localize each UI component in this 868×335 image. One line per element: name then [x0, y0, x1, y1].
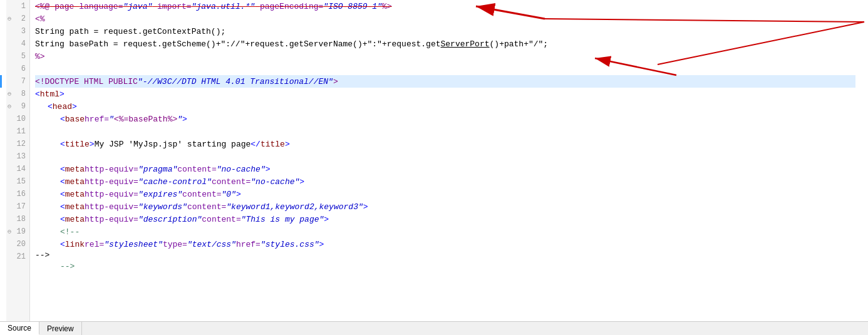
code-line-16: <meta http-equiv="expires" content="0"> — [35, 188, 855, 200]
line-num-15: 15 — [6, 175, 29, 188]
code-line-1: <%@ page language="java" import="java.ut… — [35, 0, 855, 13]
code-lines[interactable]: <%@ page language="java" import="java.ut… — [30, 0, 868, 321]
code-line-11 — [35, 125, 855, 138]
left-margin — [0, 0, 6, 321]
line-num-20: 20 — [6, 238, 29, 250]
code-line-12: <title>My JSP 'MyJsp.jsp' starting page<… — [35, 138, 855, 150]
code-line-4: String basePath = request.getScheme()+":… — [35, 38, 855, 50]
code-line-3: String path = request.getContextPath(); — [35, 25, 855, 38]
line-num-21: 21 — [6, 250, 29, 263]
code-line-21: --> — [35, 260, 855, 272]
code-line-10: <base href="<%=basePath%>"> — [35, 113, 855, 125]
code-line-19: <!-- — [35, 225, 855, 238]
line-num-14: 14 — [6, 163, 29, 175]
line-num-19: ⊖19 — [6, 225, 29, 238]
code-line-8: <html> — [35, 88, 855, 100]
tab-bar: Source Preview — [0, 321, 868, 335]
line-num-9: ⊖9 — [6, 100, 29, 113]
code-line-17: <meta http-equiv="keywords" content="key… — [35, 200, 855, 213]
line-num-5: 5 — [6, 50, 29, 63]
line-num-16: 16 — [6, 188, 29, 200]
line-num-4: 4 — [6, 38, 29, 50]
line-num-2: ⊖2 — [6, 13, 29, 25]
code-line-13 — [35, 150, 855, 163]
code-line-7: <!DOCTYPE HTML PUBLIC "-//W3C//DTD HTML … — [35, 75, 855, 88]
tab-preview[interactable]: Preview — [39, 322, 82, 335]
tab-source-label: Source — [8, 324, 31, 332]
line-num-13: 13 — [6, 150, 29, 163]
code-line-6 — [35, 63, 855, 75]
line-num-17: 17 — [6, 200, 29, 213]
code-line-15: <meta http-equiv="cache-control" content… — [35, 175, 855, 188]
line-num-10: 10 — [6, 113, 29, 125]
tab-source[interactable]: Source — [0, 322, 39, 335]
code-container[interactable]: 1 ⊖2 3 4 5 6 7 ⊖8 ⊖9 10 11 12 13 14 15 1… — [0, 0, 868, 321]
code-line-18: <meta http-equiv="description" content="… — [35, 213, 855, 225]
tab-preview-label: Preview — [47, 324, 74, 333]
line-num-8: ⊖8 — [6, 88, 29, 100]
line-num-12: 12 — [6, 138, 29, 150]
code-line-5: %> — [35, 50, 855, 63]
line-num-7: 7 — [6, 75, 29, 88]
code-line-2: <% — [35, 13, 855, 25]
line-numbers: 1 ⊖2 3 4 5 6 7 ⊖8 ⊖9 10 11 12 13 14 15 1… — [6, 0, 30, 321]
code-line-14: <meta http-equiv="pragma" content="no-ca… — [35, 163, 855, 175]
line-num-11: 11 — [6, 125, 29, 138]
line-num-18: 18 — [6, 213, 29, 225]
blue-line-indicator — [0, 75, 2, 88]
code-line-20: <link rel="stylesheet" type="text/css" h… — [35, 238, 855, 250]
editor-area: 1 ⊖2 3 4 5 6 7 ⊖8 ⊖9 10 11 12 13 14 15 1… — [0, 0, 868, 321]
code-line-9: <head> — [35, 100, 855, 113]
line-num-1: 1 — [6, 0, 29, 13]
line-num-6: 6 — [6, 63, 29, 75]
line-num-3: 3 — [6, 25, 29, 38]
